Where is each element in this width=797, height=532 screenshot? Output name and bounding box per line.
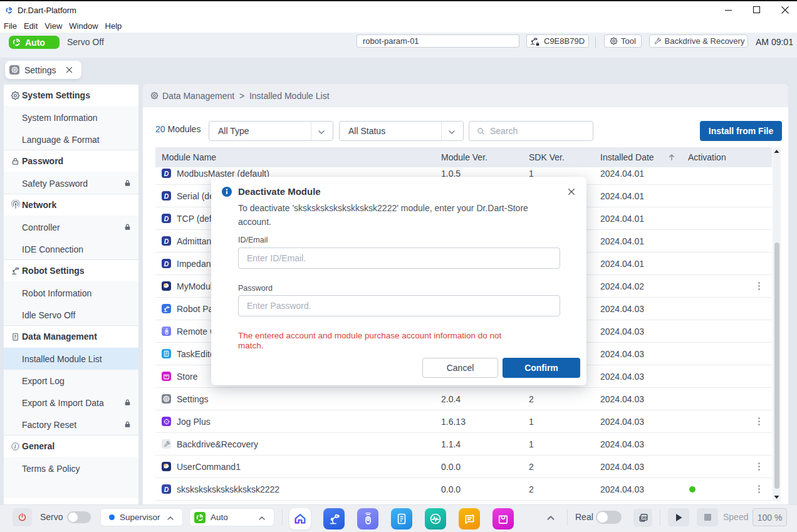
svg-text:3D: 3D	[642, 516, 646, 519]
